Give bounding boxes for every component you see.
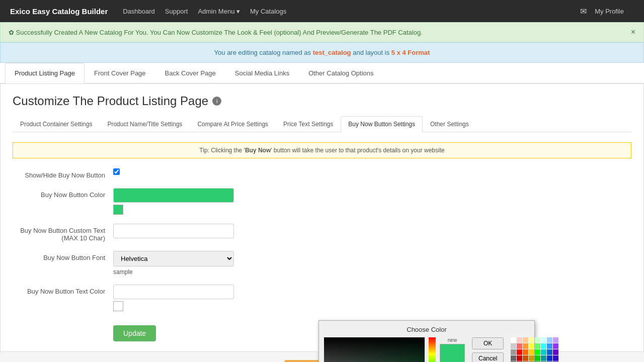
tab-back-cover-page[interactable]: Back Cover Page: [155, 63, 225, 83]
color-picker-title: Choose Color: [324, 326, 529, 333]
swatch-cell[interactable]: [553, 349, 558, 355]
brand-name: Exico Easy Catalog Builder: [10, 7, 108, 16]
tab-other-catalog-options[interactable]: Other Catalog Options: [299, 63, 383, 83]
font-sample-text: sample: [113, 268, 631, 276]
subtab-other-settings[interactable]: Other Settings: [423, 116, 476, 132]
swatch-cell[interactable]: [511, 355, 516, 361]
swatch-cell[interactable]: [553, 355, 558, 361]
swatch-grid: [511, 337, 558, 362]
form-row-button-color: Buy Now Button Color 2ecc71: [13, 188, 631, 215]
color-picker-cancel-button[interactable]: Cancel: [472, 352, 504, 362]
tip-suffix: ' button will take the user to that prod…: [271, 147, 444, 154]
checkbox-show-hide[interactable]: [113, 168, 120, 175]
form-row-show-hide: Show/Hide Buy Now Button: [13, 168, 631, 179]
subtab-product-name-title[interactable]: Product Name/Title Settings: [100, 116, 190, 132]
page-title: Customize The Product Listing Page i: [13, 94, 631, 108]
page-title-info-icon[interactable]: i: [212, 97, 221, 106]
subtab-buy-now-button[interactable]: Buy Now Button Settings: [341, 116, 423, 132]
alert-message: ✿ Successfully Created A New Catalog For…: [9, 29, 423, 36]
info-middle: and layout is: [353, 49, 389, 56]
layout-format: 5 x 4 Format: [391, 49, 430, 56]
color-picker-ok-button[interactable]: OK: [472, 337, 504, 349]
label-font: Buy Now Button Font: [13, 251, 113, 261]
swatch-cell[interactable]: [535, 337, 540, 343]
font-select[interactable]: Helvetica Arial Times New Roman Georgia: [113, 251, 234, 266]
swatch-cell[interactable]: [511, 337, 516, 343]
nav-dashboard[interactable]: Dashboard: [123, 8, 155, 15]
swatch-cell[interactable]: [529, 343, 534, 349]
subtab-price-text[interactable]: Price Text Settings: [276, 116, 341, 132]
sub-tabs: Product Container Settings Product Name/…: [13, 116, 631, 132]
tab-social-media-links[interactable]: Social Media Links: [225, 63, 299, 83]
success-alert: ✿ Successfully Created A New Catalog For…: [0, 22, 644, 42]
swatch-cell[interactable]: [523, 355, 528, 361]
swatch-cell[interactable]: [523, 343, 528, 349]
tip-prefix: Tip: Clicking the ': [199, 147, 245, 154]
main-content: Customize The Product Listing Page i Pro…: [0, 83, 644, 352]
tab-front-cover-page[interactable]: Front Cover Page: [85, 63, 155, 83]
swatch-cell[interactable]: [517, 349, 522, 355]
swatch-cell[interactable]: [541, 355, 546, 361]
new-color-box: [440, 344, 465, 362]
swatch-cell[interactable]: [535, 355, 540, 361]
color-picker-overlay: Choose Color new current: [318, 320, 535, 362]
label-custom-text: Buy Now Button Custom Text (MAX 10 Char): [13, 224, 113, 242]
swatch-cell[interactable]: [547, 343, 552, 349]
swatch-cell[interactable]: [541, 343, 546, 349]
swatch-cell[interactable]: [553, 343, 558, 349]
info-bar: You are editing catalog named as test_ca…: [0, 42, 644, 63]
tip-highlight: Buy Now: [245, 147, 271, 154]
swatch-cell[interactable]: [529, 337, 534, 343]
swatch-cell[interactable]: [535, 349, 540, 355]
form-row-custom-text: Buy Now Button Custom Text (MAX 10 Char)…: [13, 224, 631, 242]
swatch-cell[interactable]: [511, 349, 516, 355]
swatch-cell[interactable]: [541, 349, 546, 355]
swatch-cell[interactable]: [517, 343, 522, 349]
button-color-swatch[interactable]: [113, 205, 123, 215]
page-tabs: Product Listing Page Front Cover Page Ba…: [0, 63, 644, 83]
swatch-cell[interactable]: [529, 355, 534, 361]
text-color-swatch[interactable]: [113, 301, 123, 311]
swatch-cell[interactable]: [547, 355, 552, 361]
swatch-cell[interactable]: [553, 337, 558, 343]
text-color-input[interactable]: ffffff: [113, 285, 234, 299]
swatch-cell[interactable]: [547, 349, 552, 355]
swatch-cell[interactable]: [517, 337, 522, 343]
catalog-name: test_catalog: [313, 49, 351, 56]
nav-my-catalogs[interactable]: My Catalogs: [250, 8, 286, 15]
subtab-compare-at-price[interactable]: Compare At Price Settings: [190, 116, 276, 132]
form-row-font: Buy Now Button Font Helvetica Arial Time…: [13, 251, 631, 276]
swatch-cell[interactable]: [511, 343, 516, 349]
tab-product-listing-page[interactable]: Product Listing Page: [5, 63, 85, 83]
alert-close-button[interactable]: ×: [631, 28, 635, 37]
swatch-cell[interactable]: [529, 349, 534, 355]
nav-admin-menu[interactable]: Admin Menu: [198, 8, 240, 15]
update-button[interactable]: Update: [113, 325, 156, 341]
my-profile-link[interactable]: My Profile: [595, 8, 624, 15]
swatch-cell[interactable]: [547, 337, 552, 343]
tip-box: Tip: Clicking the 'Buy Now' button will …: [13, 142, 631, 158]
form-row-text-color: Buy Now Button Text Color ffffff: [13, 285, 631, 311]
color-gradient-square[interactable]: [324, 337, 425, 362]
label-button-color: Buy Now Button Color: [13, 188, 113, 199]
swatch-cell[interactable]: [541, 337, 546, 343]
swatch-cell[interactable]: [523, 349, 528, 355]
label-show-hide: Show/Hide Buy Now Button: [13, 168, 113, 179]
top-nav: Exico Easy Catalog Builder Dashboard Sup…: [0, 0, 644, 22]
nav-support[interactable]: Support: [165, 8, 188, 15]
swatch-cell[interactable]: [517, 355, 522, 361]
subtab-product-container[interactable]: Product Container Settings: [13, 116, 100, 132]
info-prefix: You are editing catalog named as: [214, 49, 311, 56]
custom-text-input[interactable]: Buy Now: [113, 224, 234, 238]
mail-icon[interactable]: ✉: [580, 7, 587, 16]
hue-bar[interactable]: [429, 337, 436, 362]
swatch-cell[interactable]: [535, 343, 540, 349]
swatch-cell[interactable]: [523, 337, 528, 343]
button-color-input[interactable]: 2ecc71: [113, 188, 234, 203]
label-text-color: Buy Now Button Text Color: [13, 285, 113, 295]
new-color-label: new: [448, 337, 457, 343]
